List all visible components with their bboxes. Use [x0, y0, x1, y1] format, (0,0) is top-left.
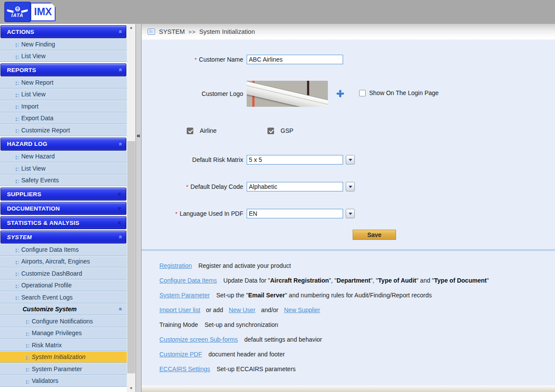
quick-links: Registration Register and activate your …	[159, 258, 551, 376]
sidebar-section-statistics-analysis[interactable]: STATISTICS & ANALYSIS »	[0, 216, 126, 229]
breadcrumb-section[interactable]: SYSTEM	[159, 28, 185, 35]
sidebar-item-risk-matrix[interactable]: Risk Matrix	[0, 339, 127, 351]
link-desc: Update Data for "Aircraft Registration",…	[223, 277, 489, 284]
chevron-up-icon[interactable]: »	[117, 142, 123, 145]
sidebar-collapse-strip[interactable]: «	[135, 24, 142, 392]
new-user-link[interactable]: New User	[229, 306, 255, 313]
grip-icon	[16, 180, 17, 181]
sidebar-item-list-view[interactable]: List View	[0, 50, 127, 63]
new-supplier-link[interactable]: New Supplier	[284, 306, 320, 313]
sidebar-item-configure-data-items[interactable]: Configure Data Items	[0, 244, 127, 256]
language-pdf-dropdown-button[interactable]	[346, 209, 355, 218]
iata-logo: IATA	[4, 2, 30, 22]
sidebar-subsection-customize-system[interactable]: Customize System »	[0, 303, 127, 316]
link-row-system-parameter: System Parameter Set-up the "Email Serve…	[159, 288, 551, 303]
main-area: SYSTEM >> System Initialization *Custome…	[142, 24, 555, 392]
gsp-checkbox[interactable]	[268, 128, 274, 134]
default-delay-code-label: *Default Delay Code	[142, 182, 243, 192]
link-desc: Set-up ECCAIRS parameters	[217, 366, 296, 372]
sidebar-item-safety-events[interactable]: Safety Events	[0, 175, 127, 187]
link-text: or add	[206, 306, 223, 313]
grip-icon	[16, 168, 17, 169]
link-desc: default settings and behavior	[244, 336, 322, 343]
airline-checkbox[interactable]	[187, 128, 193, 134]
iata-globe-icon	[15, 7, 20, 11]
sidebar-item-airports-aircraft-engines[interactable]: Airports, Aircraft, Engines	[0, 256, 127, 268]
grip-icon	[16, 56, 17, 57]
customize-subforms-link[interactable]: Customize screen Sub-forms	[159, 336, 238, 343]
sidebar-item-new-report[interactable]: New Report	[0, 76, 127, 89]
dropdown-arrow-icon	[349, 186, 352, 188]
chevron-up-icon[interactable]: »	[117, 307, 123, 311]
system-parameter-link[interactable]: System Parameter	[159, 292, 210, 299]
scroll-down-icon[interactable]: ▼	[127, 385, 135, 392]
customer-logo-label: Customer Logo	[142, 89, 243, 99]
sidebar-item-list-view-reports[interactable]: List View	[0, 89, 127, 101]
customer-name-label: *Customer Name	[142, 55, 243, 65]
sidebar-section-system[interactable]: SYSTEM »	[0, 231, 126, 244]
logo-diagonal-band	[247, 81, 328, 107]
default-delay-code-dropdown-button[interactable]	[346, 182, 355, 191]
sidebar-item-customize-dashboard[interactable]: Customize DashBoard	[0, 267, 127, 280]
chevron-down-icon[interactable]: »	[117, 192, 123, 196]
registration-link[interactable]: Registration	[159, 262, 192, 269]
default-risk-matrix-label: Default Risk Matrix	[142, 155, 243, 165]
configure-data-items-link[interactable]: Configure Data Items	[159, 277, 217, 284]
save-button[interactable]: Save	[353, 230, 396, 240]
add-logo-plus-icon[interactable]	[337, 90, 344, 97]
required-asterisk: *	[186, 184, 188, 190]
default-delay-code-input[interactable]	[247, 182, 343, 191]
grip-icon	[26, 368, 27, 369]
sidebar-section-reports[interactable]: REPORTS »	[0, 63, 126, 76]
chevron-down-icon[interactable]: »	[117, 221, 123, 224]
chevron-up-icon[interactable]: »	[117, 235, 123, 239]
chevron-down-icon[interactable]: »	[117, 207, 123, 210]
customer-name-input[interactable]	[247, 55, 343, 64]
default-risk-matrix-input[interactable]	[247, 155, 343, 165]
item-label: Validators	[32, 377, 58, 384]
show-on-login-checkbox[interactable]	[359, 90, 366, 96]
import-user-list-link[interactable]: Import User list	[159, 306, 200, 313]
default-risk-matrix-dropdown-button[interactable]	[346, 155, 355, 165]
link-row-subforms: Customize screen Sub-forms default setti…	[159, 332, 551, 347]
sidebar-item-operational-profile[interactable]: Operational Profile	[0, 280, 127, 292]
item-label: Customize Report	[21, 127, 70, 134]
chevron-up-icon[interactable]: »	[117, 68, 123, 72]
sidebar-section-actions[interactable]: ACTIONS »	[0, 25, 126, 38]
sidebar-section-hazard-log[interactable]: HAZARD LOG »	[0, 138, 126, 151]
sidebar-item-configure-notifications[interactable]: Configure Notifications	[0, 315, 127, 327]
sidebar-item-list-view-hazard[interactable]: List View	[0, 162, 127, 175]
scrollbar-thumb[interactable]	[127, 141, 135, 373]
customize-pdf-link[interactable]: Customize PDF	[159, 351, 202, 358]
sidebar-item-system-initialization[interactable]: System Initialization	[0, 351, 127, 363]
sidebar-section-suppliers[interactable]: SUPPLIERS »	[0, 188, 126, 201]
sidebar-section-documentation[interactable]: DOCUMENTATION »	[0, 202, 126, 215]
sidebar-item-import[interactable]: Import	[0, 100, 127, 112]
app-logo[interactable]: IATA IMX	[4, 2, 56, 22]
required-asterisk: *	[195, 56, 197, 63]
scroll-up-icon[interactable]: ▲	[127, 24, 135, 31]
sidebar-item-export-data[interactable]: Export Data	[0, 112, 127, 125]
sidebar-item-validators[interactable]: Validators	[0, 375, 127, 387]
airline-label: Airline	[200, 127, 217, 135]
sidebar-item-manage-privileges[interactable]: Manage Privileges	[0, 327, 127, 339]
sidebar-item-new-finding[interactable]: New Finding	[0, 38, 127, 50]
grip-icon	[16, 43, 17, 45]
link-text: and/or	[261, 306, 278, 313]
collapse-sidebar-icon[interactable]: «	[136, 132, 141, 139]
item-label: List View	[21, 91, 46, 98]
eccairs-settings-link[interactable]: ECCAIRS Settings	[159, 366, 210, 372]
item-label: Customize DashBoard	[21, 270, 82, 277]
sidebar-item-search-event-logs[interactable]: Search Event Logs	[0, 291, 127, 303]
link-desc: Set-up the "Email Server" and numbering …	[216, 292, 432, 299]
language-pdf-input[interactable]	[247, 209, 343, 218]
sidebar-scrollbar[interactable]: ▲ ▼	[127, 24, 135, 392]
sidebar-item-system-parameter[interactable]: System Parameter	[0, 363, 127, 375]
item-label: Search Event Logs	[21, 294, 73, 301]
item-label: Configure Data Items	[21, 246, 79, 253]
item-label: Operational Profile	[21, 282, 72, 289]
sidebar-item-new-hazard[interactable]: New Hazard	[0, 151, 127, 163]
sidebar-item-customize-report[interactable]: Customize Report	[0, 124, 127, 136]
chevron-up-icon[interactable]: »	[117, 30, 123, 33]
top-bar: IATA IMX	[0, 0, 555, 24]
